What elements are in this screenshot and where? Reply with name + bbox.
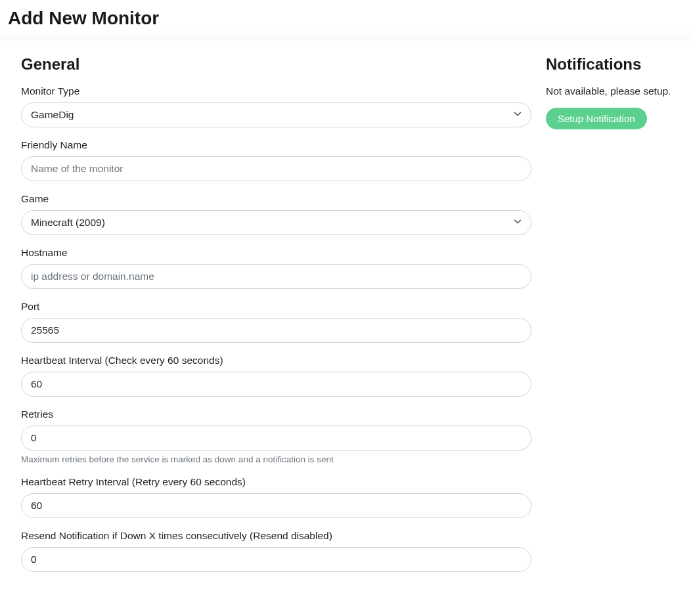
- port-group: Port: [21, 301, 531, 343]
- retry-interval-label: Heartbeat Retry Interval (Retry every 60…: [21, 476, 531, 488]
- resend-group: Resend Notification if Down X times cons…: [21, 530, 531, 572]
- friendly-name-label: Friendly Name: [21, 139, 531, 151]
- resend-label: Resend Notification if Down X times cons…: [21, 530, 531, 542]
- game-label: Game: [21, 193, 531, 205]
- friendly-name-group: Friendly Name: [21, 139, 531, 181]
- retry-interval-input[interactable]: [21, 493, 531, 518]
- notifications-status-text: Not available, please setup.: [546, 85, 672, 97]
- page-header: Add New Monitor: [0, 0, 693, 41]
- friendly-name-input[interactable]: [21, 156, 531, 181]
- monitor-type-group: Monitor Type GameDig: [21, 85, 531, 127]
- page-title: Add New Monitor: [8, 8, 685, 29]
- game-select[interactable]: Minecraft (2009): [21, 210, 531, 235]
- retries-group: Retries Maximum retries before the servi…: [21, 408, 531, 464]
- monitor-type-select[interactable]: GameDig: [21, 102, 531, 127]
- port-label: Port: [21, 301, 531, 313]
- resend-input[interactable]: [21, 547, 531, 572]
- heartbeat-interval-label: Heartbeat Interval (Check every 60 secon…: [21, 355, 531, 366]
- retries-label: Retries: [21, 408, 531, 420]
- heartbeat-interval-group: Heartbeat Interval (Check every 60 secon…: [21, 355, 531, 397]
- notifications-section: Notifications Not available, please setu…: [546, 55, 672, 129]
- hostname-input[interactable]: [21, 264, 531, 289]
- form-card: General Monitor Type GameDig Friendly Na…: [7, 41, 686, 590]
- hostname-group: Hostname: [21, 247, 531, 289]
- notifications-section-title: Notifications: [546, 55, 672, 74]
- retries-help-text: Maximum retries before the service is ma…: [21, 454, 531, 464]
- retries-input[interactable]: [21, 426, 531, 451]
- hostname-label: Hostname: [21, 247, 531, 259]
- monitor-type-label: Monitor Type: [21, 85, 531, 97]
- setup-notification-button[interactable]: Setup Notification: [546, 108, 647, 129]
- retry-interval-group: Heartbeat Retry Interval (Retry every 60…: [21, 476, 531, 518]
- game-group: Game Minecraft (2009): [21, 193, 531, 235]
- port-input[interactable]: [21, 318, 531, 343]
- general-section: General Monitor Type GameDig Friendly Na…: [21, 55, 531, 584]
- heartbeat-interval-input[interactable]: [21, 372, 531, 397]
- general-section-title: General: [21, 55, 531, 74]
